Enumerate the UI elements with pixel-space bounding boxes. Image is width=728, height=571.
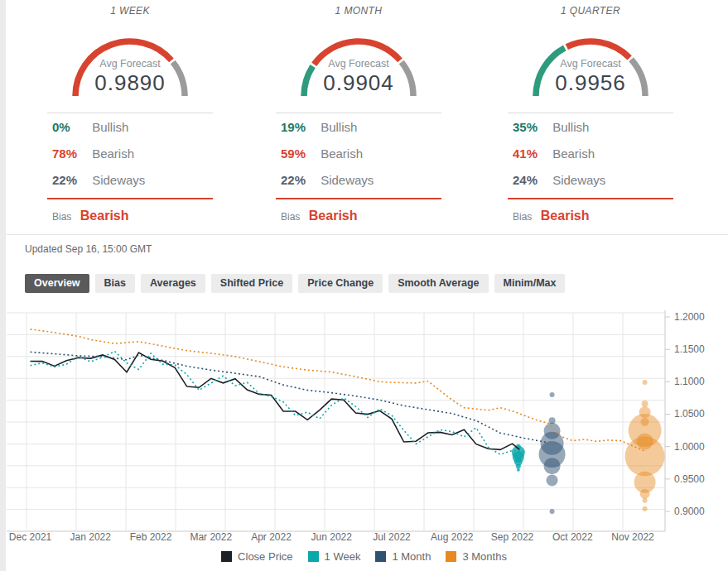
bias-divider xyxy=(508,198,673,199)
divider xyxy=(7,234,728,235)
y-tick-label: 1.1000 xyxy=(674,376,705,387)
forecast-bubble xyxy=(641,418,649,426)
bias-divider xyxy=(276,198,441,199)
bias-divider xyxy=(47,198,213,199)
bias-value: Bearish xyxy=(309,209,358,223)
x-tick-label: Jun 2022 xyxy=(311,531,353,543)
x-tick-label: Nov 2022 xyxy=(611,531,654,543)
chart-plot: 1.20001.15001.10001.05001.00000.95000.90… xyxy=(0,300,728,549)
legend-label: 1 Week xyxy=(325,550,361,563)
forecast-bubble xyxy=(643,506,648,511)
sideways-pct: 22% xyxy=(281,168,317,193)
avg-forecast-label: Avg Forecast xyxy=(292,58,425,70)
y-tick-label: 1.0000 xyxy=(674,441,705,453)
sideways-row: 22% Sideways xyxy=(269,168,448,193)
divider xyxy=(508,113,673,113)
series-1-month xyxy=(31,352,549,443)
chart-tabs: Overview Bias Averages Shifted Price Pri… xyxy=(25,274,565,293)
bearish-row: 78% Bearish xyxy=(41,142,219,166)
x-tick-label: Jul 2022 xyxy=(373,531,411,543)
gauge-1-week: Avg Forecast 0.9890 xyxy=(64,26,196,104)
bias-label: Bias xyxy=(281,211,300,223)
bullish-label: Bullish xyxy=(321,120,357,134)
forecast-chart: 1.20001.15001.10001.05001.00000.95000.90… xyxy=(0,300,728,549)
forecast-bubble xyxy=(544,423,561,439)
period-title: 1 WEEK xyxy=(41,5,219,17)
tab-averages[interactable]: Averages xyxy=(141,274,205,293)
legend-1-month[interactable]: 1 Month xyxy=(375,550,431,563)
tab-bias[interactable]: Bias xyxy=(95,274,135,293)
x-tick-label: Sep 2022 xyxy=(491,531,534,543)
bullish-pct: 19% xyxy=(281,115,317,140)
legend-label: 3 Months xyxy=(462,550,506,563)
bearish-label: Bearish xyxy=(552,146,595,161)
gauge-1-month: Avg Forecast 0.9904 xyxy=(292,26,425,104)
bias-value: Bearish xyxy=(80,209,129,223)
period-title: 1 MONTH xyxy=(269,5,448,17)
x-tick-label: Dec 2021 xyxy=(9,531,52,543)
legend-close-price[interactable]: Close Price xyxy=(221,550,292,563)
y-tick-label: 1.2000 xyxy=(674,311,705,323)
forecast-bubble xyxy=(550,509,555,514)
divider xyxy=(47,113,213,113)
bullish-pct: 35% xyxy=(513,115,549,140)
sideways-pct: 24% xyxy=(513,168,549,193)
forecast-bubble xyxy=(639,406,651,418)
bullish-row: 35% Bullish xyxy=(501,115,680,140)
forecast-bubble xyxy=(516,463,521,468)
legend-3-months[interactable]: 3 Months xyxy=(446,550,506,563)
bullish-label: Bullish xyxy=(552,120,589,134)
x-tick-label: Oct 2022 xyxy=(552,531,593,543)
forecast-bubble xyxy=(517,468,520,472)
bearish-pct: 59% xyxy=(281,142,317,166)
forecast-bubble xyxy=(549,417,556,424)
updated-timestamp: Updated Sep 16, 15:00 GMT xyxy=(25,243,152,255)
y-tick-label: 0.9500 xyxy=(674,473,705,485)
bearish-label: Bearish xyxy=(321,146,363,161)
tab-shifted-price[interactable]: Shifted Price xyxy=(211,274,292,293)
sideways-label: Sideways xyxy=(321,173,374,187)
gauge-segment xyxy=(566,41,629,58)
forecast-bubble xyxy=(642,401,648,407)
bearish-pct: 78% xyxy=(52,142,89,166)
bullish-row: 19% Bullish xyxy=(269,115,448,140)
poll-column-1-quarter: 1 QUARTER Avg Forecast 0.9956 35% Bullis… xyxy=(501,0,680,223)
y-tick-label: 0.9000 xyxy=(674,506,705,517)
bearish-row: 59% Bearish xyxy=(269,142,448,166)
tab-price-change[interactable]: Price Change xyxy=(298,274,383,293)
gauge-1-quarter: Avg Forecast 0.9956 xyxy=(524,26,657,104)
x-tick-label: Apr 2022 xyxy=(251,531,292,543)
forecast-bubble xyxy=(643,498,648,503)
legend-label: 1 Month xyxy=(392,550,431,563)
period-title: 1 QUARTER xyxy=(501,5,680,17)
bearish-label: Bearish xyxy=(92,146,134,161)
x-tick-label: Jan 2022 xyxy=(70,531,112,543)
sideways-label: Sideways xyxy=(92,173,145,187)
legend-1-week[interactable]: 1 Week xyxy=(308,550,361,563)
forecast-poll-widget: 1 WEEK Avg Forecast 0.9890 0% Bullish 78… xyxy=(0,0,728,571)
sideways-pct: 22% xyxy=(52,168,89,193)
bias-label: Bias xyxy=(513,211,532,223)
sideways-label: Sideways xyxy=(552,173,605,187)
divider xyxy=(276,113,441,113)
one-week-swatch xyxy=(308,551,319,562)
avg-forecast-label: Avg Forecast xyxy=(64,58,196,70)
forecast-bubble xyxy=(550,392,555,397)
forecast-bubble xyxy=(547,474,558,486)
y-tick-label: 1.0500 xyxy=(674,408,705,420)
tab-smooth-average[interactable]: Smooth Average xyxy=(388,274,488,293)
avg-forecast-value: 0.9890 xyxy=(64,70,196,96)
forecast-bubble xyxy=(637,433,653,449)
tab-overview[interactable]: Overview xyxy=(25,274,89,293)
avg-forecast-value: 0.9956 xyxy=(524,70,657,96)
sideways-row: 24% Sideways xyxy=(501,168,680,193)
forecast-bubble xyxy=(643,380,648,385)
x-tick-label: Aug 2022 xyxy=(431,531,474,543)
legend-label: Close Price xyxy=(238,550,292,563)
tab-minim-max[interactable]: Minim/Max xyxy=(494,274,566,293)
bullish-pct: 0% xyxy=(52,115,89,140)
three-months-swatch xyxy=(446,551,456,562)
close-price-swatch xyxy=(221,551,232,562)
bearish-pct: 41% xyxy=(513,142,549,166)
sideways-row: 22% Sideways xyxy=(41,168,219,193)
